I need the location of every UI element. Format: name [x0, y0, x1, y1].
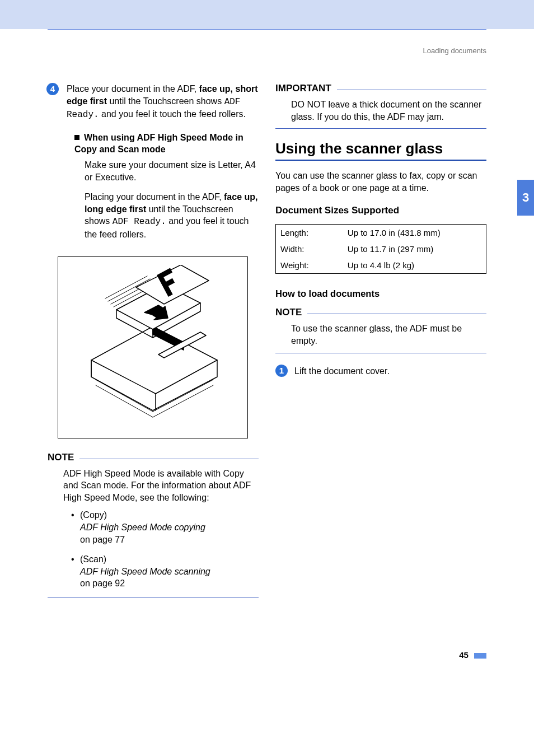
left-column: 4 Place your document in the ADF, face u… [48, 83, 259, 598]
note-title: NOTE [48, 452, 74, 463]
square-bullet-icon [74, 135, 79, 140]
page-number: 45 [459, 650, 486, 660]
section-heading: Using the scanner glass [275, 140, 486, 157]
footer: 45 [48, 643, 486, 676]
table-cell-key: Width: [276, 241, 343, 257]
callout-rule [79, 459, 259, 459]
text-italic: ADF High Speed Mode scanning [80, 567, 210, 576]
note-list: (Copy) ADF High Speed Mode copying on pa… [69, 509, 259, 590]
list-item: (Copy) ADF High Speed Mode copying on pa… [69, 509, 259, 545]
text-mono: ADF Ready. [113, 217, 166, 227]
text: until the Touchscreen shows [107, 96, 224, 106]
step-1-body: Lift the document cover. [294, 365, 486, 377]
step-1: 1 Lift the document cover. [275, 365, 486, 377]
sub-title: When using ADF High Speed Mode in Copy a… [74, 133, 243, 155]
table-row: Width: Up to 11.7 in (297 mm) [276, 241, 486, 257]
text: (Scan) [80, 554, 106, 564]
text: and you feel it touch the feed rollers. [99, 109, 246, 119]
sub-body-1: Make sure your document size is Letter, … [85, 159, 259, 183]
heading-rule [275, 160, 486, 161]
note-callout-left: NOTE ADF High Speed Mode is available wi… [48, 452, 259, 598]
step-4-body: Place your document in the ADF, face up,… [67, 83, 259, 241]
sub-heading: When using ADF High Speed Mode in Copy a… [74, 132, 259, 156]
important-body: DO NOT leave a thick document on the sca… [291, 99, 486, 123]
table-cell-value: Up to 11.7 in (297 mm) [343, 241, 486, 257]
callout-rule [307, 314, 486, 314]
table-cell-value: Up to 17.0 in (431.8 mm) [343, 225, 486, 241]
sub-body-2: Placing your document in the ADF, face u… [85, 191, 259, 240]
step-number-1-icon: 1 [275, 365, 288, 377]
note-callout-right: NOTE To use the scanner glass, the ADF m… [275, 307, 486, 353]
table-row: Length: Up to 17.0 in (431.8 mm) [276, 225, 486, 241]
page-number-text: 45 [459, 650, 469, 660]
top-bar [0, 0, 534, 29]
text-italic: ADF High Speed Mode copying [80, 522, 205, 532]
important-callout: IMPORTANT DO NOT leave a thick document … [275, 83, 486, 129]
section-intro: You can use the scanner glass to fax, co… [275, 170, 486, 194]
printer-illustration [58, 256, 248, 438]
right-column: 3 IMPORTANT DO NOT leave a thick documen… [275, 83, 486, 598]
table-cell-value: Up to 4.4 lb (2 kg) [343, 257, 486, 274]
page-content: Loading documents 4 Place your document … [0, 30, 534, 710]
text: (Copy) [80, 510, 107, 520]
text: Placing your document in the ADF, [85, 192, 224, 202]
callout-rule [275, 353, 486, 353]
note-text: ADF High Speed Mode is available with Co… [63, 468, 259, 504]
step-4: 4 Place your document in the ADF, face u… [48, 83, 259, 241]
table-cell-key: Length: [276, 225, 343, 241]
breadcrumb: Loading documents [48, 30, 486, 83]
note-body: To use the scanner glass, the ADF must b… [291, 323, 486, 347]
note-title: NOTE [275, 307, 302, 318]
page-number-tick-icon [474, 653, 486, 659]
subsection-heading: How to load documents [275, 288, 486, 299]
callout-rule [48, 598, 259, 598]
text: Place your document in the ADF, [67, 84, 199, 94]
sizes-table: Length: Up to 17.0 in (431.8 mm) Width: … [275, 224, 486, 274]
note-body: ADF High Speed Mode is available with Co… [63, 468, 259, 590]
table-cell-key: Weight: [276, 257, 343, 274]
text: on page 77 [80, 535, 125, 544]
list-item: (Scan) ADF High Speed Mode scanning on p… [69, 553, 259, 590]
subsection-heading: Document Sizes Supported [275, 205, 486, 216]
step-number-4-icon: 4 [46, 83, 59, 95]
printer-svg-icon [69, 265, 237, 430]
callout-rule [275, 128, 486, 129]
important-title: IMPORTANT [275, 83, 331, 94]
text: on page 92 [80, 578, 125, 588]
table-row: Weight: Up to 4.4 lb (2 kg) [276, 257, 486, 274]
callout-rule [337, 90, 486, 90]
chapter-tab: 3 [517, 180, 534, 216]
